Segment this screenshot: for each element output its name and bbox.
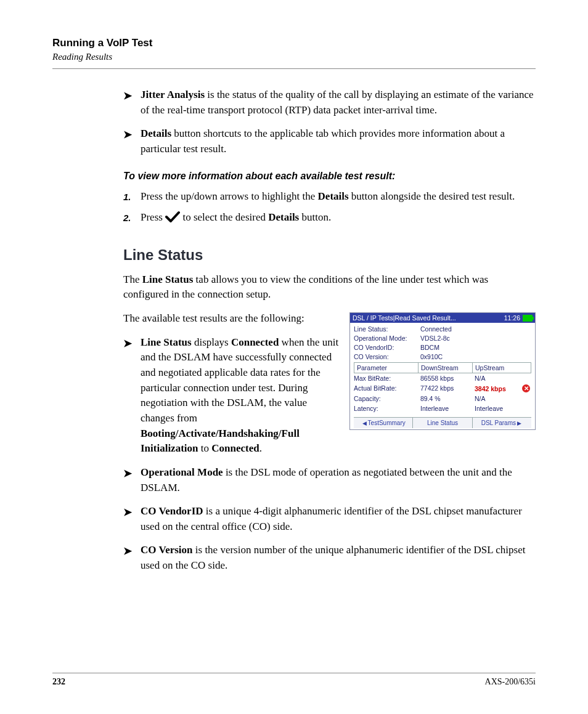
- bullet-text: when the unit and the DSLAM have success…: [141, 336, 338, 424]
- para-text: The: [123, 274, 142, 285]
- bullet-item: ➤ Details button shortcuts to the applic…: [123, 126, 536, 156]
- screenshot-table-row: Latency:InterleaveInterleave: [354, 404, 531, 413]
- step-number: 1.: [123, 189, 141, 205]
- screenshot-tab[interactable]: ◀TestSummary: [354, 418, 413, 428]
- bullet-item: ➤ Jitter Analysis is the status of the q…: [123, 87, 536, 118]
- screenshot-table-row: Capacity:89.4 %N/A: [354, 394, 531, 404]
- bullet-bold: CO VendorID: [141, 505, 203, 517]
- bullet-arrow-icon: ➤: [123, 335, 141, 456]
- instruction-heading: To view more information about each avai…: [123, 171, 536, 182]
- error-icon: ✕: [522, 384, 530, 392]
- screenshot-tab[interactable]: DSL Params▶: [473, 418, 531, 428]
- screenshot-tabs: ◀TestSummary Line Status DSL Params▶: [354, 417, 531, 428]
- bullet-text: is the version number of the unique alph…: [141, 544, 525, 571]
- tab-label: Line Status: [427, 420, 458, 426]
- ss-down-value: Interleave: [420, 405, 475, 412]
- step-text: Press the up/down arrows to highlight th…: [141, 190, 318, 202]
- screenshot-titlebar: DSL / IP Tests|Read Saved Result... 11:2…: [350, 313, 535, 323]
- ss-up-value: N/A: [475, 395, 486, 402]
- bullet-bold: Operational Mode: [141, 466, 223, 478]
- step-text: Press: [141, 211, 165, 223]
- screenshot-table-row: Max BitRate:86558 kbpsN/A: [354, 373, 531, 383]
- screenshot-time: 11:26: [504, 314, 520, 322]
- ss-value: BDCM: [420, 344, 439, 351]
- bullet-item: ➤ Line Status displays Connected when th…: [123, 335, 341, 456]
- bullet-bold: Details: [141, 128, 171, 139]
- ss-label: CO VendorID:: [354, 344, 420, 351]
- step-bold: Details: [268, 211, 299, 223]
- th-downstream: DownStream: [419, 363, 473, 373]
- screenshot-row: CO VendorID:BDCM: [354, 344, 531, 351]
- th-parameter: Parameter: [354, 363, 419, 373]
- ss-up-value: Interleave: [475, 405, 503, 412]
- body-paragraph: The Line Status tab allows you to view t…: [123, 272, 536, 302]
- bullet-text: button shortcuts to the applicable tab w…: [141, 128, 505, 155]
- ss-down-value: 77422 kbps: [420, 384, 475, 392]
- chevron-left-icon: ◀: [361, 420, 368, 426]
- bullet-text: .: [259, 442, 262, 454]
- bullet-bold: Connected: [231, 336, 279, 348]
- screenshot-tab[interactable]: Line Status: [413, 418, 472, 428]
- screenshot-table-head: Parameter DownStream UpStream: [354, 362, 531, 373]
- ss-down-value: 86558 kbps: [420, 375, 475, 382]
- bullet-item: ➤ CO Version is the version number of th…: [123, 543, 536, 573]
- footer-model: AXS-200/635i: [485, 677, 536, 687]
- ss-param: Actual BitRate:: [354, 384, 420, 392]
- step-text: button alongside the desired test result…: [349, 190, 515, 202]
- checkmark-icon: [165, 211, 180, 228]
- page-number: 232: [52, 677, 65, 687]
- step-item: 2. Press to select the desired Details b…: [123, 210, 536, 228]
- ss-value: VDSL2-8c: [420, 335, 450, 342]
- chevron-right-icon: ▶: [516, 420, 523, 426]
- bullet-arrow-icon: ➤: [123, 504, 141, 534]
- ss-param: Max BitRate:: [354, 375, 420, 382]
- bullet-arrow-icon: ➤: [123, 87, 141, 118]
- bullet-bold: Jitter Analysis: [141, 89, 205, 100]
- ss-label: CO Version:: [354, 353, 420, 360]
- screenshot-row: Operational Mode:VDSL2-8c: [354, 335, 531, 342]
- screenshot-table-row: Actual BitRate:77422 kbps3842 kbps✕: [354, 383, 531, 394]
- page-footer: 232 AXS-200/635i: [52, 673, 536, 687]
- bullet-arrow-icon: ➤: [123, 465, 141, 495]
- screenshot-title: DSL / IP Tests|Read Saved Result...: [353, 314, 456, 322]
- battery-icon: [523, 315, 533, 322]
- para-bold: Line Status: [142, 274, 194, 285]
- ss-value: Connected: [420, 325, 452, 333]
- step-bold: Details: [318, 190, 349, 202]
- bullet-text: displays: [192, 336, 231, 348]
- screenshot-row: Line Status:Connected: [354, 325, 531, 333]
- screenshot-row: CO Version:0x910C: [354, 353, 531, 360]
- ss-up-value: 3842 kbps: [475, 385, 506, 392]
- ss-value: 0x910C: [420, 353, 443, 360]
- bullet-bold: Line Status: [141, 336, 192, 348]
- ss-label: Line Status:: [354, 325, 420, 333]
- bullet-item: ➤ CO VendorID is a unique 4-digit alphan…: [123, 504, 536, 534]
- step-text: to select the desired: [180, 211, 268, 223]
- bullet-text: to: [198, 442, 212, 454]
- device-screenshot: DSL / IP Tests|Read Saved Result... 11:2…: [349, 312, 536, 430]
- bullet-bold: CO Version: [141, 544, 193, 556]
- step-item: 1. Press the up/down arrows to highlight…: [123, 189, 536, 205]
- bullet-item: ➤ Operational Mode is the DSL mode of op…: [123, 465, 536, 495]
- step-number: 2.: [123, 210, 141, 228]
- ss-label: Operational Mode:: [354, 335, 420, 342]
- ss-down-value: 89.4 %: [420, 395, 475, 402]
- ss-up-value: N/A: [475, 375, 486, 382]
- section-heading: Line Status: [123, 246, 536, 264]
- ss-param: Capacity:: [354, 395, 420, 402]
- bullet-arrow-icon: ➤: [123, 543, 141, 573]
- tab-label: DSL Params: [481, 420, 516, 426]
- running-title: Running a VoIP Test: [52, 37, 536, 49]
- ss-param: Latency:: [354, 405, 420, 412]
- header-rule: [52, 68, 536, 69]
- sub-title: Reading Results: [52, 52, 536, 62]
- tab-label: TestSummary: [368, 420, 406, 426]
- th-upstream: UpStream: [473, 363, 531, 373]
- step-text: button.: [299, 211, 331, 223]
- bullet-bold: Connected: [211, 442, 259, 454]
- bullet-arrow-icon: ➤: [123, 126, 141, 156]
